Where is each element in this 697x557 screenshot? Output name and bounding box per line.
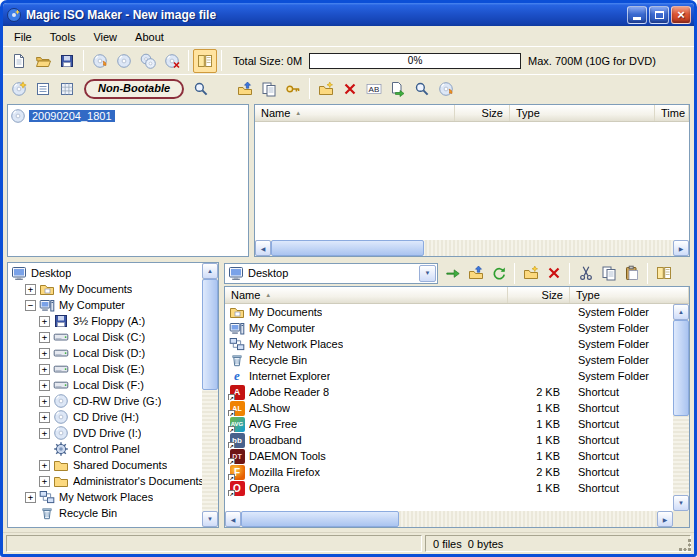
menu-tools[interactable]: Tools (42, 29, 84, 45)
tree-item[interactable]: +3½ Floppy (A:) (8, 313, 202, 329)
delete-button[interactable] (542, 262, 565, 284)
resize-grip[interactable] (679, 539, 692, 552)
toggle-panels-button[interactable] (193, 49, 217, 73)
close-button[interactable]: × (671, 6, 691, 24)
column-header-name[interactable]: Name▲ (255, 105, 455, 121)
image-properties-button[interactable] (31, 77, 55, 101)
folder-tree[interactable]: Desktop+My Documents−My Computer+3½ Flop… (8, 263, 202, 527)
image-root-item[interactable]: 20090204_1801 (10, 107, 246, 124)
tree-expand-toggle[interactable]: + (39, 396, 50, 407)
minimize-button[interactable] (627, 6, 647, 24)
column-header-size[interactable]: Size (508, 287, 570, 303)
open-image-button[interactable] (31, 49, 55, 73)
file-row[interactable]: My DocumentsSystem Folder (225, 304, 673, 320)
title-bar[interactable]: Magic ISO Maker - New image file × (3, 3, 694, 26)
up-directory-button[interactable] (233, 77, 257, 101)
menu-file[interactable]: File (6, 29, 40, 45)
scroll-down-button[interactable]: ▼ (673, 495, 689, 511)
tree-item[interactable]: +My Network Places (8, 489, 202, 505)
file-row[interactable]: bb↗broadband1 KBShortcut (225, 432, 673, 448)
tree-item[interactable]: +CD-RW Drive (G:) (8, 393, 202, 409)
scroll-up-button[interactable]: ▲ (202, 263, 218, 279)
tree-item[interactable]: +DVD Drive (I:) (8, 425, 202, 441)
scroll-right-button[interactable]: ▶ (673, 240, 689, 256)
rename-button[interactable] (362, 77, 386, 101)
horizontal-scrollbar[interactable]: ◀ ▶ (255, 240, 689, 256)
extract-button[interactable] (386, 77, 410, 101)
vertical-scrollbar[interactable]: ▲ ▼ (202, 263, 218, 527)
menu-about[interactable]: About (127, 29, 172, 45)
views-button[interactable] (652, 262, 675, 284)
tree-expand-toggle[interactable]: + (39, 364, 50, 375)
file-row[interactable]: Recycle BinSystem Folder (225, 352, 673, 368)
file-row[interactable]: F↗Mozilla Firefox2 KBShortcut (225, 464, 673, 480)
scrollbar-track[interactable] (241, 511, 657, 527)
address-combo[interactable]: Desktop ▼ (224, 263, 438, 284)
tree-item[interactable]: Desktop (8, 265, 202, 281)
tree-item[interactable]: +Administrator's Documents (8, 473, 202, 489)
copy-button[interactable] (597, 262, 620, 284)
sector-edit-button[interactable] (55, 77, 79, 101)
tree-expand-toggle[interactable]: + (39, 476, 50, 487)
scrollbar-track[interactable] (271, 240, 673, 256)
scrollbar-thumb[interactable] (241, 511, 399, 527)
maximize-button[interactable] (649, 6, 669, 24)
column-header-type[interactable]: Type (510, 105, 655, 121)
file-row[interactable]: O↗Opera1 KBShortcut (225, 480, 673, 496)
tree-expand-toggle[interactable]: + (25, 492, 36, 503)
file-row[interactable]: AL↗ALShow1 KBShortcut (225, 400, 673, 416)
file-row[interactable]: A↗Adobe Reader 82 KBShortcut (225, 384, 673, 400)
new-folder-button[interactable] (314, 77, 338, 101)
scroll-left-button[interactable]: ◀ (225, 511, 241, 527)
tree-item[interactable]: Recycle Bin (8, 505, 202, 521)
tree-item[interactable]: +Local Disk (C:) (8, 329, 202, 345)
go-button[interactable] (441, 262, 464, 284)
new-session-button[interactable] (7, 77, 31, 101)
cut-button[interactable] (574, 262, 597, 284)
search-button[interactable] (410, 77, 434, 101)
tree-item[interactable]: +Shared Documents (8, 457, 202, 473)
column-header-time[interactable]: Time (655, 105, 689, 121)
scrollbar-track[interactable] (202, 279, 218, 511)
tree-expand-toggle[interactable]: − (25, 300, 36, 311)
horizontal-scrollbar[interactable]: ◀ ▶ (225, 511, 673, 527)
tree-expand-toggle[interactable]: + (39, 428, 50, 439)
tree-item[interactable]: +Local Disk (D:) (8, 345, 202, 361)
file-row[interactable]: eInternet ExplorerSystem Folder (225, 368, 673, 384)
tree-expand-toggle[interactable]: + (39, 348, 50, 359)
scrollbar-thumb[interactable] (202, 279, 218, 390)
file-list[interactable]: My DocumentsSystem FolderMy ComputerSyst… (225, 304, 673, 511)
scrollbar-thumb[interactable] (673, 320, 689, 416)
file-row[interactable]: AVG↗AVG Free1 KBShortcut (225, 416, 673, 432)
new-image-button[interactable] (7, 49, 31, 73)
tree-expand-toggle[interactable]: + (39, 380, 50, 391)
tree-item[interactable]: +CD Drive (H:) (8, 409, 202, 425)
tree-expand-toggle[interactable]: + (39, 412, 50, 423)
scroll-down-button[interactable]: ▼ (202, 511, 218, 527)
paste-button[interactable] (620, 262, 643, 284)
tree-expand-toggle[interactable]: + (39, 460, 50, 471)
boot-selector[interactable]: Non-Bootable (84, 79, 184, 99)
view-boot-button[interactable] (189, 77, 213, 101)
write-disc-button[interactable] (88, 49, 112, 73)
column-header-size[interactable]: Size (455, 105, 510, 121)
combo-dropdown-button[interactable]: ▼ (419, 265, 436, 282)
burn-key-button[interactable] (281, 77, 305, 101)
make-image-from-cd-button[interactable] (112, 49, 136, 73)
vertical-scrollbar[interactable]: ▲ ▼ (673, 304, 689, 511)
copy-disc-button[interactable] (136, 49, 160, 73)
refresh-button[interactable] (487, 262, 510, 284)
tree-item[interactable]: +My Documents (8, 281, 202, 297)
scrollbar-thumb[interactable] (271, 240, 424, 256)
file-row[interactable]: My Network PlacesSystem Folder (225, 336, 673, 352)
tree-expand-toggle[interactable]: + (39, 316, 50, 327)
scroll-right-button[interactable]: ▶ (657, 511, 673, 527)
tree-item[interactable]: −My Computer (8, 297, 202, 313)
erase-disc-button[interactable] (160, 49, 184, 73)
tree-item[interactable]: +Local Disk (F:) (8, 377, 202, 393)
file-row[interactable]: DT↗DAEMON Tools1 KBShortcut (225, 448, 673, 464)
up-directory-button[interactable] (464, 262, 487, 284)
delete-button[interactable] (338, 77, 362, 101)
scroll-up-button[interactable]: ▲ (673, 304, 689, 320)
image-content-list[interactable] (255, 122, 689, 240)
